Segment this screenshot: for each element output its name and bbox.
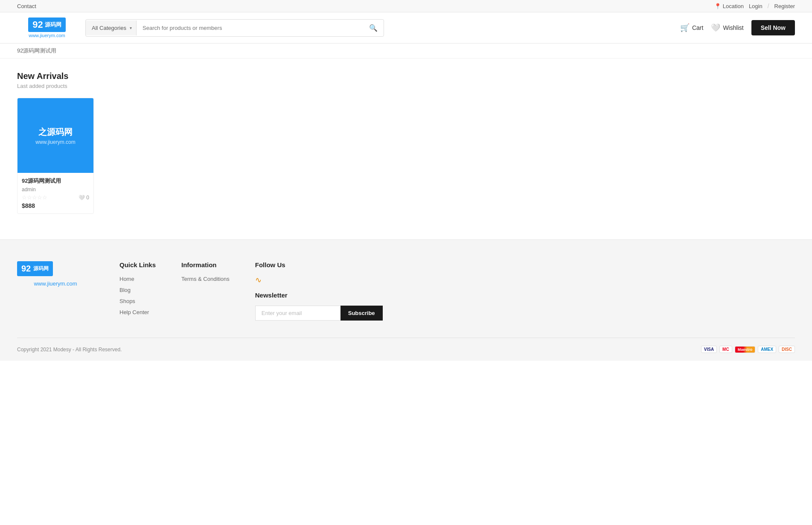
quick-link[interactable]: Home: [119, 276, 134, 282]
footer-logo-box: 92 源码网: [17, 261, 53, 276]
follow-us-section: Follow Us ∿: [255, 261, 383, 285]
contact-link[interactable]: Contact: [17, 3, 36, 9]
breadcrumb: 92源码网测试用: [0, 44, 812, 58]
wishlist-label: Wishlist: [723, 24, 743, 31]
search-input[interactable]: [137, 20, 363, 35]
product-image: 之源码网 www.jiuerym.com: [17, 98, 93, 173]
newsletter-email-input[interactable]: [255, 306, 341, 321]
quick-link-item: Shops: [119, 298, 156, 304]
location-link[interactable]: 📍 Location: [714, 3, 744, 9]
logo-num: 92: [32, 19, 43, 30]
products-grid: 之源码网 www.jiuerym.com 92源码网测试用 admin ☆☆☆☆…: [17, 98, 795, 214]
cart-icon: 🛒: [680, 23, 690, 32]
search-icon: 🔍: [369, 24, 378, 32]
search-bar: All Categories Electronics Clothing Book…: [85, 19, 384, 37]
heart-icon: 🤍: [711, 23, 720, 32]
search-category-wrapper: All Categories Electronics Clothing Book…: [86, 20, 137, 35]
quick-link[interactable]: Shops: [119, 298, 135, 304]
logo-box: 92 源码网: [28, 18, 65, 32]
quick-link-item: Help Center: [119, 309, 156, 315]
information-link[interactable]: Terms & Conditions: [181, 276, 230, 282]
location-pin-icon: 📍: [714, 3, 721, 9]
information-item: Terms & Conditions: [181, 275, 230, 282]
copyright-text: Copyright 2021 Modesy - All Rights Reser…: [17, 347, 122, 353]
quick-links-list: HomeBlogShopsHelp Center: [119, 275, 156, 315]
amex-icon: AMEX: [758, 346, 776, 353]
main-content: New Arrivals Last added products 之源码网 ww…: [0, 58, 812, 239]
maestro-icon: Maestro: [735, 346, 756, 353]
product-price: $888: [22, 202, 89, 209]
top-bar: Contact 📍 Location Login / Register: [0, 0, 812, 12]
logo[interactable]: 92 源码网 www.jiuerym.com: [17, 18, 77, 38]
cart-label: Cart: [692, 24, 703, 31]
quick-links-title: Quick Links: [119, 261, 156, 268]
breadcrumb-text: 92源码网测试用: [17, 47, 56, 54]
header: 92 源码网 www.jiuerym.com All Categories El…: [0, 12, 812, 44]
rss-icon[interactable]: ∿: [255, 275, 262, 285]
cart-link[interactable]: 🛒 Cart: [680, 23, 703, 32]
login-link[interactable]: Login: [749, 3, 763, 9]
quick-link-item: Blog: [119, 286, 156, 293]
discover-icon: DISC: [779, 346, 795, 353]
auth-divider: /: [768, 3, 769, 9]
information-title: Information: [181, 261, 230, 268]
category-select[interactable]: All Categories Electronics Clothing Book…: [86, 20, 130, 35]
top-bar-right: 📍 Location Login / Register: [714, 3, 795, 9]
stars: ☆☆☆☆☆: [22, 194, 47, 201]
footer-logo-url: www.jiuerym.com: [17, 280, 94, 287]
mastercard-icon: MC: [719, 346, 732, 353]
footer-information: Information Terms & Conditions: [181, 261, 230, 321]
search-button[interactable]: 🔍: [363, 20, 384, 36]
logo-url: www.jiuerym.com: [29, 33, 65, 38]
top-bar-left: Contact: [17, 3, 36, 9]
sell-now-button[interactable]: Sell Now: [751, 20, 795, 35]
footer-logo: 92 源码网 www.jiuerym.com: [17, 261, 94, 321]
chevron-down-icon: ▾: [130, 26, 136, 30]
product-card[interactable]: 之源码网 www.jiuerym.com 92源码网测试用 admin ☆☆☆☆…: [17, 98, 94, 214]
follow-icons: ∿: [255, 275, 383, 285]
visa-icon: VISA: [701, 346, 717, 353]
footer-quick-links: Quick Links HomeBlogShopsHelp Center: [119, 261, 156, 321]
quick-link[interactable]: Help Center: [119, 309, 149, 315]
quick-link-item: Home: [119, 275, 156, 282]
product-info: 92源码网测试用 admin ☆☆☆☆☆ 🤍 0 $888: [17, 173, 93, 213]
product-name: 92源码网测试用: [22, 177, 89, 185]
footer: 92 源码网 www.jiuerym.com Quick Links HomeB…: [0, 239, 812, 361]
product-rating: ☆☆☆☆☆ 🤍 0: [22, 194, 89, 201]
footer-follow-newsletter: Follow Us ∿ Newsletter Subscribe: [255, 261, 383, 321]
newsletter-section: Newsletter Subscribe: [255, 292, 383, 321]
footer-logo-num: 92: [21, 264, 31, 274]
header-actions: 🛒 Cart 🤍 Wishlist Sell Now: [680, 20, 795, 35]
product-image-url-text: www.jiuerym.com: [35, 139, 75, 145]
information-list: Terms & Conditions: [181, 275, 230, 282]
footer-content: 92 源码网 www.jiuerym.com Quick Links HomeB…: [17, 261, 795, 321]
footer-logo-cn: 源码网: [33, 265, 49, 272]
logo-cn: 源码网: [45, 21, 61, 29]
follow-us-title: Follow Us: [255, 261, 383, 268]
quick-link[interactable]: Blog: [119, 287, 131, 293]
wishlist-link[interactable]: 🤍 Wishlist: [711, 23, 743, 32]
section-title: New Arrivals: [17, 71, 795, 81]
section-subtitle: Last added products: [17, 83, 795, 89]
subscribe-button[interactable]: Subscribe: [341, 306, 383, 321]
payment-icons: VISA MC Maestro AMEX DISC: [701, 346, 795, 353]
newsletter-form: Subscribe: [255, 306, 383, 321]
newsletter-title: Newsletter: [255, 292, 383, 299]
heart-small-icon: 🤍: [79, 195, 85, 201]
register-link[interactable]: Register: [774, 3, 795, 9]
wishlist-count: 🤍 0: [79, 195, 89, 201]
product-image-text: 之源码网: [35, 126, 75, 137]
footer-bottom: Copyright 2021 Modesy - All Rights Reser…: [17, 338, 795, 361]
product-seller: admin: [22, 187, 89, 192]
